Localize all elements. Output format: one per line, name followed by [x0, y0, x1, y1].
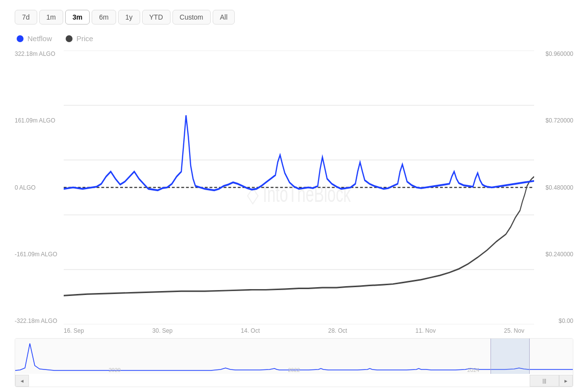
y-right-0: $0.960000	[534, 50, 573, 57]
main-chart-svg: ◇ IntoTheBlock	[64, 50, 534, 324]
netflow-label: Netflow	[27, 34, 52, 43]
chart-area: 322.18m ALGO 161.09m ALGO 0 ALGO -161.09…	[15, 50, 573, 387]
btn-1m[interactable]: 1m	[39, 10, 63, 24]
main-chart: 322.18m ALGO 161.09m ALGO 0 ALGO -161.09…	[15, 50, 573, 324]
mini-x-labels: 2020 2022 2024	[15, 367, 573, 373]
y-left-2: 0 ALGO	[15, 184, 64, 191]
x-label-1: 30. Sep	[152, 327, 172, 334]
mini-x-2024: 2024	[467, 367, 479, 373]
scroll-right-button[interactable]: ►	[559, 375, 573, 387]
y-right-2: $0.480000	[534, 184, 573, 191]
scroll-left-icon: ◄	[20, 378, 24, 384]
btn-6m[interactable]: 6m	[92, 10, 116, 24]
mini-x-2022: 2022	[288, 367, 300, 373]
x-label-5: 25. Nov	[504, 327, 524, 334]
legend-netflow: Netflow	[17, 34, 52, 43]
y-left-0: 322.18m ALGO	[15, 50, 64, 57]
btn-1y[interactable]: 1y	[118, 10, 140, 24]
y-left-1: 161.09m ALGO	[15, 117, 64, 124]
scroll-left-button[interactable]: ◄	[15, 375, 29, 387]
x-label-4: 11. Nov	[416, 327, 436, 334]
mini-chart: 2020 2022 2024 ◄ ||| ►	[15, 338, 573, 387]
mini-x-2020: 2020	[109, 367, 121, 373]
chart-legend: Netflow Price	[15, 34, 573, 43]
scroll-right-icon: ►	[564, 378, 568, 384]
price-label: Price	[76, 34, 93, 43]
legend-price: Price	[66, 34, 93, 43]
btn-custom[interactable]: Custom	[172, 10, 211, 24]
x-label-0: 16. Sep	[64, 327, 84, 334]
y-axis-right: $0.960000 $0.720000 $0.480000 $0.240000 …	[534, 50, 573, 324]
btn-3m[interactable]: 3m	[65, 10, 90, 24]
y-axis-left: 322.18m ALGO 161.09m ALGO 0 ALGO -161.09…	[15, 50, 64, 324]
main-container: 7d 1m 3m 6m 1y YTD Custom All Netflow Pr…	[0, 0, 588, 392]
y-right-4: $0.00	[534, 318, 573, 324]
time-range-buttons: 7d 1m 3m 6m 1y YTD Custom All	[15, 10, 573, 24]
btn-all[interactable]: All	[213, 10, 235, 24]
btn-7d[interactable]: 7d	[15, 10, 37, 24]
x-label-2: 14. Oct	[241, 327, 260, 334]
y-right-3: $0.240000	[534, 251, 573, 258]
scroll-center-button[interactable]: |||	[530, 375, 559, 387]
btn-ytd[interactable]: YTD	[142, 10, 171, 24]
y-right-1: $0.720000	[534, 117, 573, 124]
netflow-dot	[17, 35, 24, 42]
x-label-3: 28. Oct	[328, 327, 347, 334]
scroll-center-icon: |||	[542, 378, 546, 384]
y-left-4: -322.18m ALGO	[15, 318, 64, 324]
y-left-3: -161.09m ALGO	[15, 251, 64, 258]
price-dot	[66, 35, 73, 42]
x-axis-labels: 16. Sep 30. Sep 14. Oct 28. Oct 11. Nov …	[15, 324, 573, 334]
mini-selection-region	[490, 339, 530, 374]
